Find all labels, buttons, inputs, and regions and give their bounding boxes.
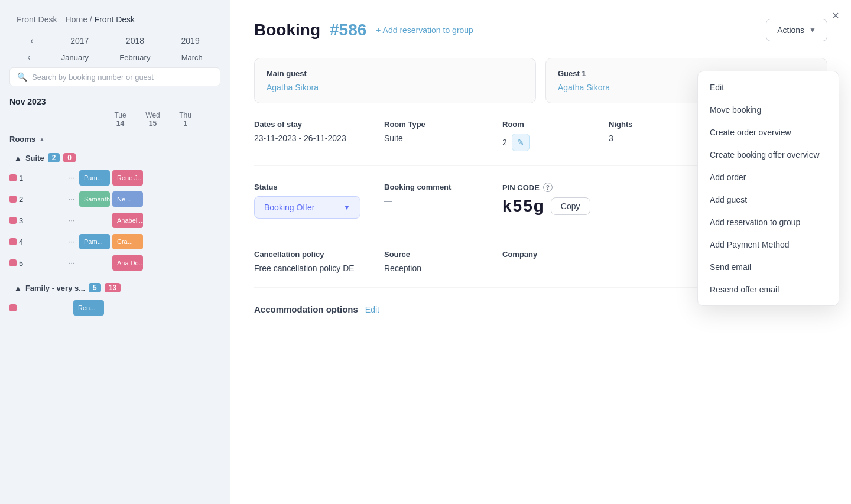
room-menu-icon[interactable]: ···: [69, 216, 74, 225]
search-bar[interactable]: 🔍 Search by booking number or guest: [9, 67, 220, 86]
room-row: 1 ··· Pam... Rene J...: [5, 167, 225, 188]
comment-value: —: [384, 196, 493, 206]
month-mar[interactable]: March: [181, 53, 203, 62]
nights-value: 3: [609, 134, 670, 143]
room-dot-family: [9, 304, 17, 311]
family-label: Family - very s...: [25, 284, 85, 292]
room-name-1: 1: [19, 174, 66, 183]
room-menu-icon[interactable]: ···: [69, 238, 74, 246]
room-dot: [9, 259, 17, 266]
main-guest-name[interactable]: Agatha Sikora: [267, 83, 524, 92]
pin-label-text: PIN CODE: [502, 183, 540, 192]
menu-item-add-order[interactable]: Add order: [698, 166, 839, 188]
booking-bar-f[interactable]: Ren...: [73, 300, 104, 316]
accommodation-edit-link[interactable]: Edit: [365, 305, 379, 314]
pencil-icon: ✎: [517, 138, 524, 147]
menu-item-add-payment[interactable]: Add Payment Method: [698, 233, 839, 256]
prev-month-arrow[interactable]: ‹: [27, 52, 30, 63]
actions-button[interactable]: Actions ▼: [766, 19, 827, 41]
edit-room-button[interactable]: ✎: [512, 134, 530, 151]
booking-bar-4b[interactable]: Cra...: [112, 234, 143, 249]
menu-item-add-reservation[interactable]: Add reservation to group: [698, 211, 839, 233]
accommodation-title: Accommodation options: [254, 304, 358, 314]
menu-item-offer-overview[interactable]: Create booking offer overview: [698, 144, 839, 166]
year-2019[interactable]: 2019: [181, 36, 200, 45]
room-menu-icon[interactable]: ···: [69, 259, 74, 267]
comment-col: Booking comment —: [384, 183, 502, 219]
close-button[interactable]: ×: [832, 9, 839, 21]
suite-count-pink: 0: [63, 153, 76, 162]
year-2018[interactable]: 2018: [126, 36, 144, 45]
room-col: Room 2 ✎: [502, 120, 609, 151]
day-col-2: Thu 1: [169, 111, 202, 128]
rooms-section: Rooms ▲ ▲ Suite 2 0 1 ··· Pam... Rene J.…: [0, 130, 230, 318]
status-chevron-icon: ▼: [343, 203, 350, 212]
room-row: 2 ··· Samanth... Ne...: [5, 188, 225, 210]
status-col: Status Booking Offer ▼: [254, 183, 384, 219]
suite-header: ▲ Suite 2 0: [5, 148, 225, 167]
booking-bar-3b[interactable]: Anabell...: [112, 213, 143, 228]
booking-bar-4a[interactable]: Pam...: [79, 234, 110, 249]
family-header: ▲ Family - very s... 5 13: [5, 278, 225, 297]
status-value: Booking Offer: [264, 203, 314, 212]
room-name-2: 2: [19, 195, 66, 204]
room-dot: [9, 238, 17, 245]
booking-bar-5b[interactable]: Ana Do...: [112, 255, 143, 271]
actions-label: Actions: [777, 25, 804, 35]
room-dot: [9, 174, 17, 181]
breadcrumb-current[interactable]: Front Desk: [95, 15, 135, 24]
room-value: 2: [502, 138, 507, 147]
year-2017[interactable]: 2017: [70, 36, 89, 45]
cancellation-label: Cancellation policy: [254, 250, 375, 259]
nights-col: Nights 3: [609, 120, 680, 151]
menu-item-resend-offer[interactable]: Resend offer email: [698, 278, 839, 301]
day-name-0: Tue: [114, 111, 126, 119]
cancellation-col: Cancellation policy Free cancellation po…: [254, 250, 384, 273]
add-group-link[interactable]: + Add reservation to group: [376, 25, 473, 35]
suite-expand[interactable]: ▲: [14, 154, 22, 162]
menu-item-edit[interactable]: Edit: [698, 76, 839, 99]
comment-label: Booking comment: [384, 183, 493, 191]
status-dropdown[interactable]: Booking Offer ▼: [254, 196, 360, 219]
actions-dropdown-menu: Edit Move booking Create order overview …: [697, 71, 839, 306]
year-nav: ‹ 2017 2018 2019: [0, 32, 230, 50]
room-name-3: 3: [19, 216, 66, 225]
menu-item-order-overview[interactable]: Create order overview: [698, 121, 839, 144]
source-label: Source: [384, 250, 493, 259]
booking-bar-1b[interactable]: Rene J...: [112, 170, 143, 186]
rooms-header: Rooms ▲: [5, 130, 225, 148]
month-jan[interactable]: January: [61, 53, 89, 62]
month-nav: ‹ January February March: [0, 50, 230, 67]
nights-label: Nights: [609, 120, 670, 129]
menu-item-move[interactable]: Move booking: [698, 99, 839, 121]
cal-month-label: Nov 2023: [9, 97, 46, 106]
copy-button[interactable]: Copy: [551, 197, 590, 215]
main-guest-card: Main guest Agatha Sikora: [254, 58, 536, 103]
actions-chevron-icon: ▼: [809, 26, 816, 34]
breadcrumb: Home / Front Desk: [66, 15, 135, 24]
room-dot: [9, 196, 17, 203]
menu-item-send-email[interactable]: Send email: [698, 256, 839, 278]
booking-bar-1a[interactable]: Pam...: [79, 170, 110, 186]
day-col-0: Tue 14: [104, 111, 137, 128]
source-value: Reception: [384, 264, 493, 273]
prev-year-arrow[interactable]: ‹: [30, 35, 33, 46]
cancellation-value: Free cancellation policy DE: [254, 264, 375, 273]
booking-bar-2a[interactable]: Samanth...: [79, 191, 110, 207]
breadcrumb-home[interactable]: Home: [66, 15, 87, 24]
room-menu-icon[interactable]: ···: [69, 174, 74, 182]
day-num-1: 15: [149, 119, 157, 128]
room-row: 3 ··· Anabell...: [5, 210, 225, 231]
pin-help-icon[interactable]: ?: [543, 183, 553, 192]
day-name-2: Thu: [179, 111, 191, 119]
room-row: 5 ··· Ana Do...: [5, 252, 225, 274]
room-type-value: Suite: [384, 134, 493, 143]
expand-icon[interactable]: ▲: [39, 136, 45, 142]
month-feb[interactable]: February: [119, 53, 150, 62]
dates-label: Dates of stay: [254, 120, 375, 129]
family-expand[interactable]: ▲: [14, 284, 22, 292]
booking-bar-2b[interactable]: Ne...: [112, 191, 143, 207]
menu-item-add-guest[interactable]: Add guest: [698, 188, 839, 211]
booking-title: Booking: [254, 21, 320, 40]
room-menu-icon[interactable]: ···: [69, 195, 74, 203]
